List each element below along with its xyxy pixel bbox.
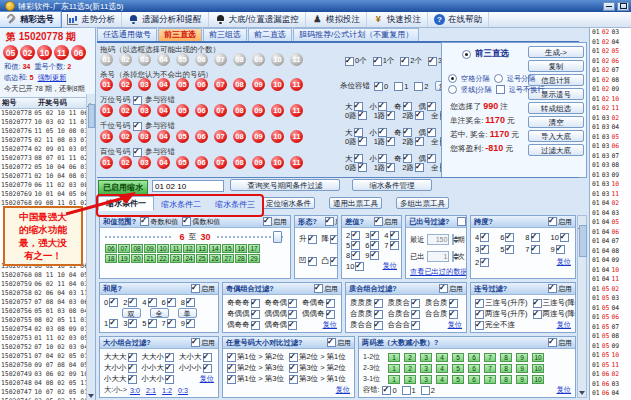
ratio-link[interactable]: 3:0 (376, 332, 386, 334)
checkbox-icon[interactable] (374, 217, 383, 226)
checkbox-icon[interactable] (191, 284, 200, 293)
tab-2[interactable]: 前三直选 (158, 28, 202, 41)
diff-cell[interactable]: 8 (500, 353, 512, 362)
filter-option[interactable]: 合合合 (388, 320, 421, 330)
filter-option[interactable]: 1 (402, 386, 416, 395)
reset-link[interactable]: 复位 (200, 374, 214, 384)
diff-cell[interactable]: 6 (468, 364, 480, 373)
diff-cell[interactable]: 4 (436, 353, 448, 362)
number-ball[interactable]: 11 (290, 78, 303, 91)
checkbox-icon[interactable] (370, 251, 379, 260)
number-ball[interactable]: 05 (176, 78, 189, 91)
toolbar-item-5[interactable]: ♟模拟投注 (306, 12, 367, 27)
checkbox-icon[interactable] (382, 386, 391, 395)
table-row[interactable]: 1502075707 08 04 03 06 (0, 298, 88, 307)
checkbox-icon[interactable] (475, 299, 484, 308)
diff-cell[interactable]: 3 (420, 364, 432, 373)
number-ball[interactable]: 10 (271, 156, 284, 169)
filter-option[interactable]: 偶偶偶 (265, 309, 298, 319)
checkbox-icon[interactable] (288, 321, 297, 330)
diff-cell[interactable]: 2 (404, 364, 416, 373)
filter-option[interactable]: 0路 (345, 137, 367, 146)
ratio-link[interactable]: 1:2 (162, 386, 172, 395)
filter-option[interactable]: 7 (384, 241, 398, 250)
filter-option[interactable]: 偶奇偶 (265, 320, 298, 330)
filter-option[interactable]: 4 (475, 233, 489, 242)
checkbox-icon[interactable] (560, 233, 569, 242)
filter-option[interactable]: 6 (365, 241, 379, 250)
checkbox-icon[interactable] (186, 298, 195, 307)
radio-icon[interactable] (448, 74, 457, 83)
filter-option[interactable]: 合质质 (350, 309, 383, 319)
number-ball[interactable]: 01 (100, 53, 113, 66)
filter-option[interactable]: 两连号(升序) (475, 309, 528, 319)
checkbox-icon[interactable] (165, 353, 174, 362)
ratio-link[interactable]: 3:0 (253, 332, 263, 334)
table-row[interactable]: 1502077308 07 01 11 02 (0, 154, 88, 163)
checkbox-icon[interactable] (345, 57, 354, 66)
filter-option[interactable]: 大大小 (142, 352, 175, 362)
diff-cell[interactable]: 6 (468, 353, 480, 362)
sum-cell[interactable]: 23 (170, 254, 182, 263)
number-ball[interactable]: 11 (290, 104, 303, 117)
number-ball[interactable]: 01 (100, 104, 113, 117)
number-ball[interactable]: 04 (157, 130, 170, 143)
checkbox-icon[interactable] (167, 319, 176, 328)
checkbox-icon[interactable] (505, 233, 514, 242)
gen-button-5[interactable]: 转成组选 (528, 102, 584, 114)
diff-cell[interactable]: 10 (532, 353, 544, 362)
table-row[interactable]: 1502077102 10 04 08 03 (0, 172, 88, 181)
checkbox-icon[interactable] (374, 299, 383, 308)
filter-option[interactable]: 奇奇偶 (265, 298, 298, 308)
diff-cell[interactable]: 1 (388, 353, 400, 362)
checkbox-icon[interactable] (457, 217, 466, 226)
scroll-down-icon[interactable] (88, 394, 94, 398)
filter-option[interactable]: 9 (181, 319, 195, 328)
number-ball[interactable]: 06 (195, 53, 208, 66)
checkbox-icon[interactable] (128, 353, 137, 362)
filter-option[interactable]: 1 (104, 319, 118, 328)
diff-cell[interactable]: 2 (404, 375, 416, 384)
ratio-link[interactable]: 3:0 (130, 386, 140, 395)
shrink-tool-2[interactable]: 通用出票工具 (329, 197, 382, 209)
checkbox-icon[interactable] (289, 375, 298, 384)
checkbox-icon[interactable] (370, 231, 379, 240)
diff-cell[interactable]: 5 (452, 364, 464, 373)
checkbox-icon[interactable] (148, 298, 157, 307)
filter-option[interactable]: 3 (475, 245, 489, 254)
number-ball[interactable]: 09 (252, 130, 265, 143)
filter-option[interactable]: 启用 (325, 217, 338, 227)
number-ball[interactable]: 08 (233, 53, 246, 66)
table-row[interactable]: 1502075107 04 02 05 01 (0, 352, 88, 361)
filter-option[interactable]: 奇数和值 (140, 217, 178, 227)
filter-option[interactable]: 奇 (394, 154, 412, 163)
checkbox-icon[interactable] (390, 231, 399, 240)
filter-option[interactable]: 5 (500, 245, 514, 254)
filter-option[interactable]: 1路 (374, 163, 396, 172)
checkbox-icon[interactable] (533, 299, 542, 308)
ratio-link[interactable]: 2:1 (269, 332, 279, 334)
checkbox-icon[interactable] (128, 298, 137, 307)
checkbox-icon[interactable] (227, 353, 236, 362)
checkbox-icon[interactable] (288, 299, 297, 308)
sum-cell[interactable]: 16 (235, 244, 247, 253)
checkbox-icon[interactable] (330, 257, 338, 266)
tab-3[interactable]: 前三组选 (203, 28, 247, 41)
table-row[interactable]: 1502077611 05 10 08 03 (0, 127, 88, 136)
ratio-link[interactable]: 2:1 (146, 386, 156, 395)
shrink-tab-2[interactable]: 缩水条件二 (154, 198, 208, 211)
number-ball[interactable]: 07 (214, 156, 227, 169)
slider-thumb[interactable] (273, 231, 282, 243)
filter-option[interactable]: 第1位 > 第2位 (227, 352, 284, 362)
filter-option[interactable]: 启用 (548, 284, 572, 294)
number-ball[interactable]: 09 (252, 53, 265, 66)
checkbox-icon[interactable] (148, 319, 157, 328)
table-row[interactable]: 1502075402 03 08 09 01 (0, 325, 88, 334)
quick-button[interactable]: 全 (150, 308, 169, 318)
filter-option[interactable]: 三连号(升序) (475, 298, 528, 308)
checkbox-icon[interactable] (325, 217, 334, 226)
checkbox-icon[interactable] (128, 375, 137, 384)
checkbox-icon[interactable] (326, 310, 335, 319)
reset-link[interactable]: 复位 (557, 257, 571, 267)
filter-option[interactable]: 小 (370, 154, 388, 163)
